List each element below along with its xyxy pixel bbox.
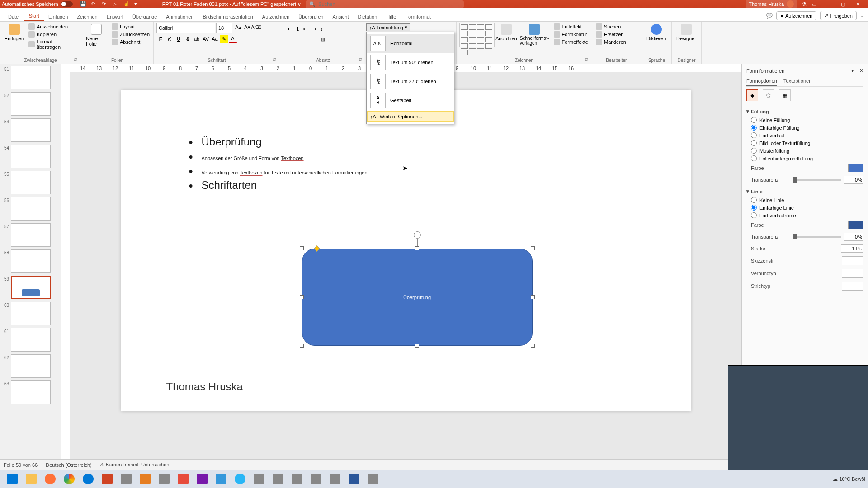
char-spacing-icon[interactable]: AV: [202, 35, 210, 43]
fill-color-swatch[interactable]: [848, 164, 863, 172]
tab-start[interactable]: Start: [24, 10, 44, 21]
justify-icon[interactable]: ≡: [310, 35, 318, 43]
tab-ueberpruefen[interactable]: Überprüfen: [294, 11, 328, 21]
powerpoint-icon[interactable]: [98, 471, 117, 487]
thumbnail-58[interactable]: 58: [1, 249, 60, 273]
font-size-combo[interactable]: [216, 23, 232, 33]
document-title[interactable]: PPT 01 Roter Faden 001.pptx • Auf "diese…: [162, 1, 301, 7]
cut-button[interactable]: Ausschneiden: [28, 23, 78, 30]
increase-font-icon[interactable]: A▴: [234, 23, 242, 31]
firefox-icon[interactable]: [41, 471, 60, 487]
resize-handle-bl[interactable]: [300, 344, 304, 348]
tab-einfuegen[interactable]: Einfügen: [44, 11, 72, 21]
effects-tab-icon[interactable]: ⬠: [763, 89, 774, 101]
align-left-icon[interactable]: ≡: [283, 35, 291, 43]
search-box[interactable]: 🔍: [306, 0, 464, 8]
app-icon-7[interactable]: [250, 471, 269, 487]
shapes-gallery[interactable]: [459, 23, 495, 47]
shape-outline-button[interactable]: Formkontur: [553, 31, 590, 38]
line-transp-input[interactable]: [844, 233, 863, 241]
selected-shape[interactable]: Überprüfung: [302, 249, 533, 346]
app-icon-12[interactable]: [363, 471, 382, 487]
fill-gradient[interactable]: Farbverlauf: [746, 131, 863, 139]
thumbnail-51[interactable]: 51: [1, 66, 60, 89]
pane-close-icon[interactable]: ✕: [859, 68, 863, 74]
tab-animationen[interactable]: Animationen: [161, 11, 198, 21]
touch-mode-icon[interactable]: ☝: [123, 1, 130, 7]
undo-icon[interactable]: ↶: [91, 1, 97, 7]
line-gradient[interactable]: Farbverlaufslinie: [746, 211, 863, 219]
clear-format-icon[interactable]: A⌫: [252, 23, 260, 31]
resize-handle-bm[interactable]: [415, 344, 419, 348]
save-icon[interactable]: 💾: [80, 1, 86, 7]
arrange-button[interactable]: Anordnen: [496, 23, 516, 42]
bullet-4[interactable]: Schriftarten: [189, 179, 691, 192]
bullets-icon[interactable]: ≡•: [283, 25, 291, 33]
accessibility-check[interactable]: ⚠ Barrierefreiheit: Untersuchen: [100, 462, 170, 468]
select-button[interactable]: Markieren: [595, 38, 627, 46]
thumbnail-61[interactable]: 61: [1, 328, 60, 352]
tab-hilfe[interactable]: Hilfe: [382, 11, 401, 21]
columns-icon[interactable]: ▥: [319, 35, 327, 43]
thumbnail-54[interactable]: 54: [1, 145, 60, 168]
sketch-style-combo[interactable]: [842, 256, 863, 265]
tab-ansicht[interactable]: Ansicht: [328, 11, 353, 21]
app-icon-2[interactable]: [136, 471, 155, 487]
section-fill[interactable]: ▾Füllung: [746, 108, 863, 114]
dash-type-combo[interactable]: [842, 282, 863, 291]
slide-thumbnails[interactable]: 51525354555657585960616263: [0, 64, 61, 459]
start-button[interactable]: [3, 471, 22, 487]
share-button[interactable]: ↗Freigeben: [820, 11, 857, 20]
change-case-icon[interactable]: Aa: [211, 35, 219, 43]
slide-indicator[interactable]: Folie 59 von 66: [4, 462, 38, 468]
quick-styles-button[interactable]: Schnellformat-vorlagen: [518, 23, 551, 47]
app-icon-10[interactable]: [307, 471, 326, 487]
decrease-font-icon[interactable]: A▾: [243, 23, 251, 31]
slide-footer[interactable]: Thomas Hruska: [166, 380, 243, 393]
fill-solid[interactable]: Einfarbige Füllung: [746, 124, 863, 131]
align-right-icon[interactable]: ≡: [301, 35, 309, 43]
thumbnail-56[interactable]: 56: [1, 197, 60, 221]
line-solid[interactable]: Einfarbige Linie: [746, 204, 863, 211]
paste-button[interactable]: Einfügen: [3, 23, 26, 42]
tab-entwurf[interactable]: Entwurf: [102, 11, 128, 21]
drawing-launcher-icon[interactable]: ⧉: [585, 56, 591, 63]
italic-button[interactable]: K: [165, 35, 174, 43]
section-line[interactable]: ▾Linie: [746, 188, 863, 194]
record-button[interactable]: ●Aufzeichnen: [776, 11, 816, 20]
compound-type-combo[interactable]: [842, 269, 863, 278]
font-name-combo[interactable]: [156, 23, 215, 33]
fill-slide-bg[interactable]: Folienhintergrundfüllung: [746, 155, 863, 162]
shadow-button[interactable]: ab: [193, 35, 201, 43]
highlight-color-icon[interactable]: ✎: [220, 35, 228, 43]
fill-line-icon[interactable]: ◆: [746, 89, 758, 101]
reset-button[interactable]: Zurücksetzen: [111, 31, 151, 38]
outdent-icon[interactable]: ⇤: [301, 25, 309, 33]
line-color-swatch[interactable]: [848, 221, 863, 229]
tab-dictation[interactable]: Dictation: [353, 11, 382, 21]
size-tab-icon[interactable]: ▦: [779, 89, 791, 101]
tab-aufzeichnen[interactable]: Aufzeichnen: [258, 11, 294, 21]
explorer-icon[interactable]: [22, 471, 41, 487]
find-button[interactable]: Suchen: [595, 23, 627, 30]
close-button[interactable]: ✕: [851, 1, 864, 7]
bullet-3[interactable]: Verwendung von Textboxen für Texte mit u…: [189, 164, 691, 177]
resize-handle-tr[interactable]: [531, 246, 535, 250]
comments-icon[interactable]: 💬: [766, 13, 773, 19]
fill-transp-slider[interactable]: [793, 179, 841, 181]
clipboard-launcher-icon[interactable]: ⧉: [74, 56, 80, 63]
thumbnail-62[interactable]: 62: [1, 354, 60, 378]
collapse-ribbon-icon[interactable]: ⌄: [860, 13, 864, 19]
pane-options-icon[interactable]: ▾: [851, 68, 854, 74]
bullet-1[interactable]: Überprüfung: [189, 136, 691, 148]
thumbnail-63[interactable]: 63: [1, 380, 60, 404]
tab-bildschirm[interactable]: Bildschirmpräsentation: [198, 11, 258, 21]
shape-fill-button[interactable]: Fülleffekt: [553, 23, 590, 30]
search-input[interactable]: [318, 1, 460, 7]
slide-canvas[interactable]: Überprüfung Anpassen der Größe und Form …: [121, 90, 691, 411]
tab-zeichnen[interactable]: Zeichnen: [72, 11, 102, 21]
align-center-icon[interactable]: ≡: [292, 35, 300, 43]
thumbnail-59[interactable]: 59: [1, 276, 60, 299]
paragraph-launcher-icon[interactable]: ⧉: [359, 56, 365, 63]
textdir-stacked[interactable]: ABGestapelt: [367, 91, 454, 110]
